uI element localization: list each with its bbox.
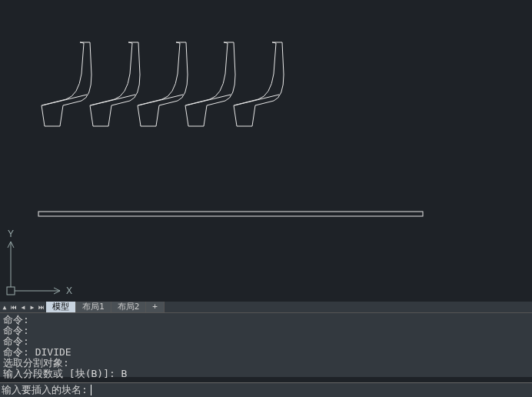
command-line[interactable]: 输入要插入的块名: xyxy=(0,382,532,397)
block-chair xyxy=(138,42,188,126)
command-prompt: 输入要插入的块名: xyxy=(2,383,88,397)
tab-scroll-first-icon[interactable]: ⏮ xyxy=(9,302,18,312)
cmd-line: 命令: DIVIDE xyxy=(3,346,71,358)
object-bar xyxy=(38,212,423,216)
tab-model[interactable]: 模型 xyxy=(46,302,76,312)
layout-tabbar: ▲ ⏮ ◀ ▶ ⏭ 模型 布局1 布局2 + xyxy=(0,302,532,312)
tab-scroll-up-icon[interactable]: ▲ xyxy=(0,302,9,312)
text-cursor-icon xyxy=(91,385,91,395)
tab-scroll-prev-icon[interactable]: ◀ xyxy=(18,302,28,312)
block-chair xyxy=(90,42,140,126)
drawing-viewport[interactable]: X Y xyxy=(0,0,532,302)
block-chair xyxy=(42,42,91,126)
tab-scroll-next-icon[interactable]: ▶ xyxy=(28,302,37,312)
cmd-line: 命令: xyxy=(3,314,29,325)
cmd-line: 命令: xyxy=(3,335,29,347)
command-history: 命令: 命令: 命令: 命令: DIVIDE 选取分割对象: 输入分段数或 [块… xyxy=(0,312,532,377)
cad-drawing xyxy=(0,0,532,302)
tab-add[interactable]: + xyxy=(146,302,165,312)
block-chair xyxy=(234,42,284,126)
tab-layout1[interactable]: 布局1 xyxy=(76,302,111,312)
tab-scroll-last-icon[interactable]: ⏭ xyxy=(37,302,46,312)
tab-layout2[interactable]: 布局2 xyxy=(111,302,147,312)
cmd-line: 输入分段数或 [块(B)]: B xyxy=(3,368,127,379)
cmd-line: 选取分割对象: xyxy=(3,357,69,369)
cmd-line: 命令: xyxy=(3,325,29,336)
block-chair xyxy=(185,42,235,126)
